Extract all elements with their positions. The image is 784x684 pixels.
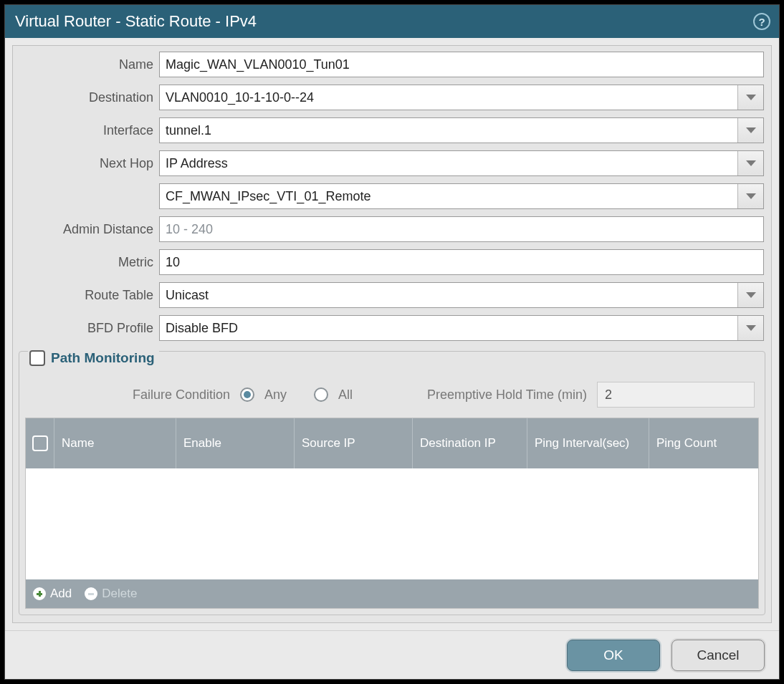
form: Name Destination — [19, 50, 765, 345]
label-admin-distance: Admin Distance — [20, 222, 153, 237]
preemptive-hold-time-label: Preemptive Hold Time (min) — [427, 387, 587, 403]
path-monitoring-label: Path Monitoring — [51, 350, 155, 366]
table-header-ping-count[interactable]: Ping Count — [649, 418, 758, 468]
route-table-select[interactable] — [159, 282, 764, 308]
destination-select[interactable] — [159, 85, 764, 110]
row-admin-distance: Admin Distance — [20, 216, 764, 242]
row-metric: Metric — [20, 249, 764, 275]
dialog-inner: Virtual Router - Static Route - IPv4 ? N… — [4, 4, 780, 680]
cancel-button[interactable]: Cancel — [671, 640, 765, 671]
path-monitoring-legend: Path Monitoring — [28, 350, 159, 366]
add-row-label: Add — [50, 587, 72, 601]
route-table-dropdown-button[interactable] — [737, 283, 763, 307]
failure-condition-label: Failure Condition — [29, 387, 230, 403]
bfd-profile-dropdown-button[interactable] — [737, 316, 763, 340]
next-hop-value-dropdown-button[interactable] — [737, 184, 763, 208]
admin-distance-input[interactable] — [160, 217, 763, 241]
table-header: Name Enable Source IP Destination IP Pin… — [26, 418, 758, 468]
table-header-checkbox-cell — [26, 418, 54, 468]
plus-icon — [33, 587, 46, 600]
row-bfd-profile: BFD Profile — [20, 315, 764, 341]
path-monitoring-table: Name Enable Source IP Destination IP Pin… — [25, 418, 759, 609]
chevron-down-icon — [746, 325, 756, 331]
delete-row-button[interactable]: Delete — [85, 587, 137, 601]
table-footer: Add Delete — [26, 579, 758, 608]
dialog-title: Virtual Router - Static Route - IPv4 — [15, 12, 257, 31]
label-metric: Metric — [20, 255, 153, 270]
path-monitoring-options-row: Failure Condition Any All Preemptive Hol… — [25, 379, 759, 418]
table-body-empty — [26, 468, 758, 579]
row-next-hop-value — [20, 183, 764, 209]
label-name: Name — [20, 57, 153, 72]
titlebar: Virtual Router - Static Route - IPv4 ? — [5, 5, 779, 38]
minus-icon — [85, 587, 97, 600]
next-hop-value-select[interactable] — [159, 183, 764, 209]
table-header-enable[interactable]: Enable — [176, 418, 295, 468]
chevron-down-icon — [746, 95, 756, 100]
dialog-footer: OK Cancel — [5, 630, 779, 679]
table-header-source-ip[interactable]: Source IP — [295, 418, 413, 468]
chevron-down-icon — [746, 127, 756, 133]
next-hop-type-dropdown-button[interactable] — [737, 151, 763, 175]
row-route-table: Route Table — [20, 282, 764, 308]
next-hop-type-input[interactable] — [160, 151, 737, 175]
row-destination: Destination — [20, 85, 764, 110]
table-header-destination-ip[interactable]: Destination IP — [413, 418, 527, 468]
dialog-window: Virtual Router - Static Route - IPv4 ? N… — [0, 0, 784, 684]
failure-condition-any-label: Any — [264, 387, 287, 403]
add-row-button[interactable]: Add — [33, 587, 72, 601]
path-monitoring-fieldset: Path Monitoring Failure Condition Any Al… — [19, 351, 765, 615]
path-monitoring-checkbox[interactable] — [29, 350, 45, 366]
interface-select[interactable] — [159, 117, 764, 143]
metric-input[interactable] — [160, 250, 763, 274]
label-route-table: Route Table — [20, 288, 153, 303]
label-bfd-profile: BFD Profile — [20, 321, 153, 336]
chevron-down-icon — [746, 160, 756, 166]
preemptive-hold-time-input[interactable] — [597, 382, 755, 408]
failure-condition-any-radio[interactable] — [240, 387, 254, 402]
chevron-down-icon — [746, 193, 756, 199]
bfd-profile-select[interactable] — [159, 315, 764, 341]
failure-condition-all-label: All — [338, 387, 353, 403]
cancel-button-label: Cancel — [697, 647, 739, 663]
form-panel: Name Destination — [12, 45, 772, 623]
delete-row-label: Delete — [102, 587, 137, 601]
label-interface: Interface — [20, 123, 153, 138]
ok-button[interactable]: OK — [567, 640, 660, 671]
row-name: Name — [20, 52, 764, 77]
name-field[interactable] — [159, 52, 764, 77]
next-hop-type-select[interactable] — [159, 150, 764, 176]
bfd-profile-input[interactable] — [160, 316, 737, 340]
interface-dropdown-button[interactable] — [737, 118, 763, 143]
label-destination: Destination — [20, 90, 153, 105]
interface-input[interactable] — [160, 118, 737, 143]
dialog-body: Name Destination — [5, 38, 779, 630]
row-interface: Interface — [20, 117, 764, 143]
label-next-hop: Next Hop — [20, 156, 153, 171]
table-select-all-checkbox[interactable] — [32, 435, 48, 451]
failure-condition-all-radio[interactable] — [314, 387, 328, 402]
destination-dropdown-button[interactable] — [737, 85, 763, 110]
chevron-down-icon — [746, 292, 756, 298]
next-hop-value-input[interactable] — [160, 184, 737, 208]
admin-distance-field[interactable] — [159, 216, 764, 242]
help-icon[interactable]: ? — [753, 13, 770, 30]
name-input[interactable] — [160, 52, 763, 77]
ok-button-label: OK — [603, 647, 623, 663]
destination-input[interactable] — [160, 85, 737, 110]
table-header-name[interactable]: Name — [54, 418, 176, 468]
metric-field[interactable] — [159, 249, 764, 275]
table-header-ping-interval[interactable]: Ping Interval(sec) — [527, 418, 649, 468]
route-table-input[interactable] — [160, 283, 737, 307]
row-next-hop: Next Hop — [20, 150, 764, 176]
